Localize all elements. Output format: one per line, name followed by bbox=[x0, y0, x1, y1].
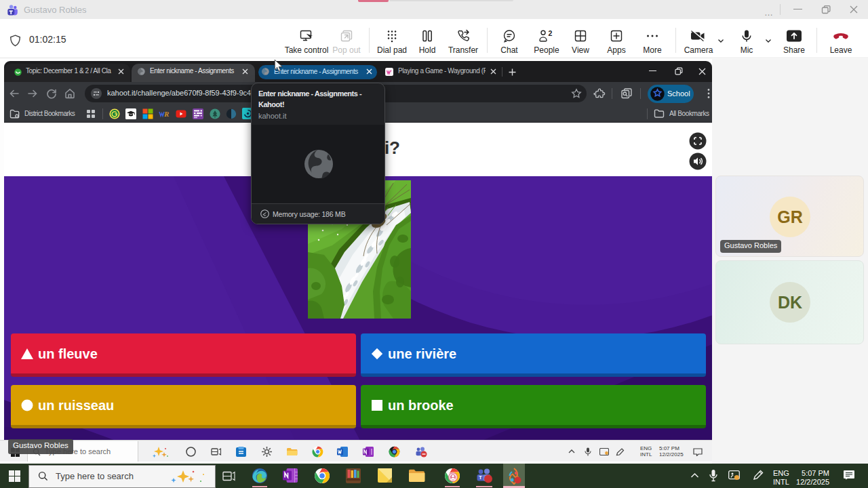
svg-text:T: T bbox=[479, 474, 482, 481]
svg-text:R: R bbox=[163, 110, 169, 118]
svg-text:2: 2 bbox=[549, 28, 553, 37]
